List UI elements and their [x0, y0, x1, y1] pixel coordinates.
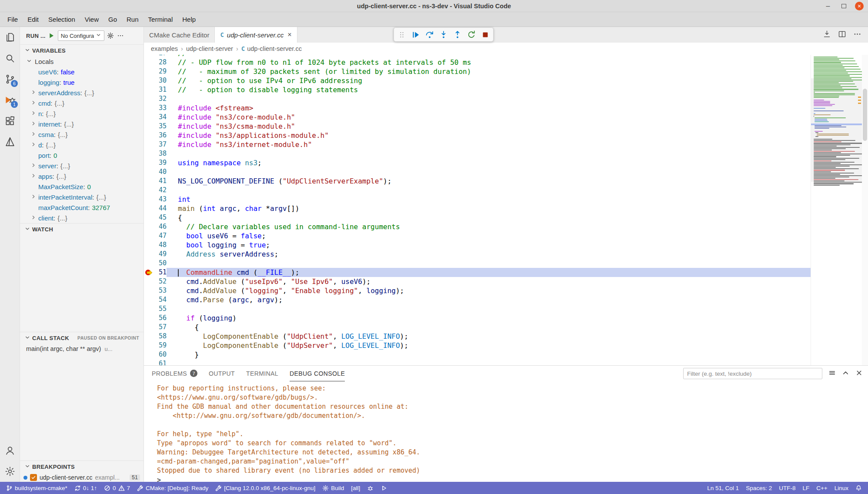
tab-cmake-cache-editor[interactable]: CMake Cache Editor: [144, 27, 215, 43]
gutter[interactable]: [144, 295, 154, 304]
code-line-45[interactable]: 45{: [144, 213, 811, 222]
gutter[interactable]: [144, 259, 154, 268]
stack-frame[interactable]: main(int argc, char ** argv) u...: [20, 344, 144, 354]
code-line-29[interactable]: 29// - maximum of 320 packets sent (or l…: [144, 67, 811, 76]
stepover-button[interactable]: [424, 30, 435, 40]
menu-item-file[interactable]: File: [3, 14, 23, 25]
activity-item-settings[interactable]: [0, 461, 20, 482]
menu-item-selection[interactable]: Selection: [43, 14, 80, 25]
breadcrumb-item-udp-client-server-cc[interactable]: Cudp-client-server.cc: [241, 45, 302, 52]
variable-logging[interactable]: logging:true: [20, 77, 144, 87]
gutter[interactable]: [144, 222, 154, 231]
code-line-41[interactable]: 41NS_LOG_COMPONENT_DEFINE ("UdpClientSer…: [144, 177, 811, 186]
gutter[interactable]: [144, 332, 154, 341]
code-line-40[interactable]: 40: [144, 167, 811, 177]
gutter[interactable]: [144, 103, 154, 113]
breakpoints-header[interactable]: BREAKPOINTS: [20, 461, 144, 472]
gutter[interactable]: [144, 167, 154, 177]
gutter[interactable]: [144, 359, 154, 365]
variable-n[interactable]: n:{...}: [20, 108, 144, 119]
panel-tab-debug-console[interactable]: DEBUG CONSOLE: [290, 366, 345, 381]
variables-header[interactable]: VARIABLES: [20, 45, 144, 56]
activity-item-source-control[interactable]: 6: [0, 69, 20, 90]
menu-item-view[interactable]: View: [80, 14, 103, 25]
code-line-46[interactable]: 46 // Declare variables used in command-…: [144, 222, 811, 231]
scrollbar-thumb[interactable]: [863, 89, 867, 141]
gutter[interactable]: [144, 55, 154, 58]
panel-menu-icon[interactable]: [828, 369, 836, 378]
maximize-panel-icon[interactable]: [842, 369, 849, 378]
menu-item-run[interactable]: Run: [122, 14, 144, 25]
menu-item-terminal[interactable]: Terminal: [144, 14, 178, 25]
gutter[interactable]: [144, 268, 154, 277]
variable-d[interactable]: d:{...}: [20, 140, 144, 150]
code-line-30[interactable]: 30// - option to use IPv4 or IPv6 addres…: [144, 76, 811, 85]
code-line-59[interactable]: 59 LogComponentEnable ("UdpServer", LOG_…: [144, 341, 811, 350]
gutter[interactable]: [144, 204, 154, 213]
activity-item-cmake[interactable]: [0, 131, 20, 152]
variable-serveraddress[interactable]: serverAddress:{...}: [20, 87, 144, 98]
close-tab-icon[interactable]: ×: [287, 31, 291, 39]
variable-maxpacketcount[interactable]: maxPacketCount:32767: [20, 202, 144, 213]
gutter[interactable]: [144, 122, 154, 131]
variable-client[interactable]: client:{...}: [20, 213, 144, 223]
stepinto-button[interactable]: [438, 30, 449, 40]
status-sync-status[interactable]: 0↓ 1↑: [71, 482, 100, 494]
code-line-28[interactable]: 28// - UDP flow from n0 to n1 of 1024 by…: [144, 58, 811, 67]
breakpoint-checkbox[interactable]: [30, 474, 37, 481]
code-line-34[interactable]: 34#include "ns3/core-module.h": [144, 113, 811, 122]
panel-tab-output[interactable]: OUTPUT: [209, 366, 235, 381]
editor-scrollbar[interactable]: [862, 55, 868, 365]
gutter[interactable]: [144, 250, 154, 259]
status-cursor-position[interactable]: Ln 51, Col 1: [704, 482, 742, 494]
more-actions-icon[interactable]: [117, 32, 124, 40]
gutter[interactable]: [144, 341, 154, 350]
gutter[interactable]: [144, 85, 154, 94]
gutter[interactable]: [144, 323, 154, 332]
code-editor[interactable]: 27//28// - UDP flow from n0 to n1 of 102…: [144, 55, 868, 365]
gutter[interactable]: [144, 213, 154, 222]
code-line-56[interactable]: 56 if (logging): [144, 314, 811, 323]
breadcrumb-item-udp-client-server[interactable]: udp-client-server: [186, 45, 233, 52]
gutter[interactable]: [144, 67, 154, 76]
status-git-branch[interactable]: buildsystem-cmake*: [3, 482, 71, 494]
code-line-53[interactable]: 53 cmd.AddValue ("logging", "Enable logg…: [144, 286, 811, 295]
restart-button[interactable]: [466, 30, 477, 40]
scope-locals[interactable]: Locals: [20, 56, 144, 67]
debug-config-dropdown[interactable]: No Configura: [58, 30, 105, 41]
menu-item-help[interactable]: Help: [177, 14, 200, 25]
activity-item-extensions[interactable]: [0, 110, 20, 131]
console-prompt[interactable]: >: [157, 475, 868, 482]
gutter[interactable]: [144, 177, 154, 186]
status-indentation[interactable]: Spaces: 2: [742, 482, 775, 494]
status-debug-launch[interactable]: [364, 482, 377, 494]
activity-item-search[interactable]: [0, 48, 20, 69]
code-line-37[interactable]: 37#include "ns3/internet-module.h": [144, 140, 811, 149]
gutter[interactable]: [144, 94, 154, 103]
close-button[interactable]: ×: [855, 2, 864, 10]
gutter[interactable]: [144, 140, 154, 149]
minimize-button[interactable]: –: [824, 2, 832, 10]
code-line-60[interactable]: 60 }: [144, 350, 811, 359]
code-line-49[interactable]: 49 Address serverAddress;: [144, 250, 811, 259]
menu-item-go[interactable]: Go: [103, 14, 122, 25]
start-debug-button[interactable]: [48, 32, 55, 39]
variable-usev6[interactable]: useV6:false: [20, 67, 144, 77]
continue-button[interactable]: [411, 30, 421, 40]
variable-internet[interactable]: internet:{...}: [20, 119, 144, 129]
debug-console[interactable]: For bug reporting instructions, please s…: [144, 381, 868, 482]
gutter[interactable]: [144, 231, 154, 240]
breadcrumb-item-examples[interactable]: examples: [151, 45, 178, 52]
activity-item-accounts[interactable]: [0, 440, 20, 461]
variable-server[interactable]: server:{...}: [20, 160, 144, 171]
minimap[interactable]: [811, 55, 862, 365]
debug-settings-gear-icon[interactable]: [107, 32, 114, 39]
gutter[interactable]: [144, 286, 154, 295]
status-cmake-build[interactable]: Build: [319, 482, 347, 494]
variable-csma[interactable]: csma:{...}: [20, 129, 144, 140]
gutter[interactable]: [144, 149, 154, 158]
status-notifications[interactable]: [852, 482, 865, 494]
variable-cmd[interactable]: cmd:{...}: [20, 98, 144, 108]
code-line-35[interactable]: 35#include "ns3/csma-module.h": [144, 122, 811, 131]
status-build-target[interactable]: [all]: [347, 482, 364, 494]
